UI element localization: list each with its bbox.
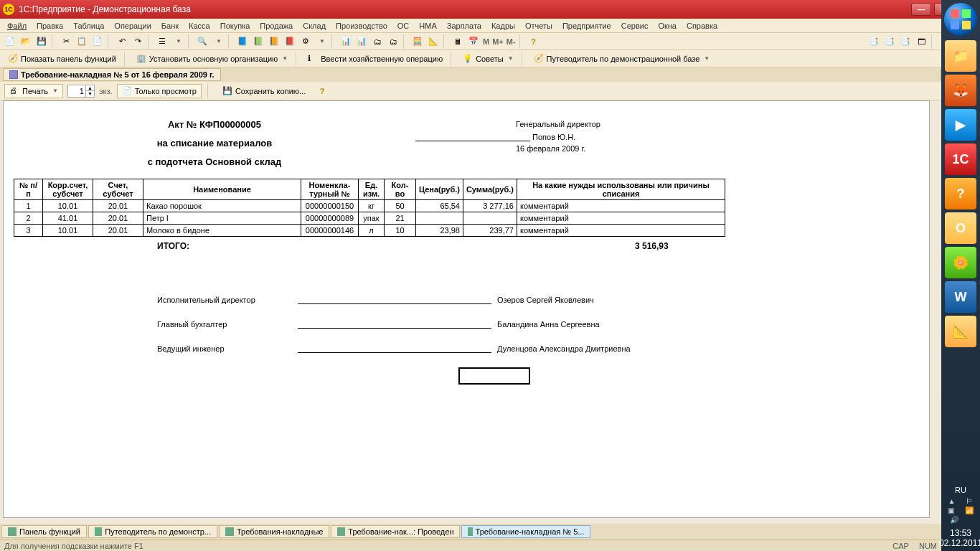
menu-salary[interactable]: Зарплата [443, 20, 486, 32]
system-tray[interactable]: ▲🏳 ▣📶 🔊 [941, 497, 980, 525]
menu-company[interactable]: Предприятие [558, 20, 616, 32]
taskbar-tool[interactable]: 📐 [945, 316, 976, 347]
tb-c-icon[interactable]: 📙 [267, 34, 281, 49]
menu-bank[interactable]: Банк [157, 20, 183, 32]
col-qty: Кол-во [385, 179, 416, 200]
tb-h-icon[interactable]: 🗂 [370, 34, 385, 49]
tray-up-icon[interactable]: ▲ [948, 497, 956, 505]
menu-prod[interactable]: Производство [331, 20, 392, 32]
taskbar-outlook[interactable]: O [945, 212, 976, 244]
guide-button[interactable]: 🧭Путеводитель по демонстрационной базе▼ [529, 52, 715, 66]
memory-m[interactable]: M [482, 34, 490, 49]
taskbar-firefox[interactable]: 🦊 [945, 75, 976, 106]
menu-kadry[interactable]: Кадры [487, 20, 519, 32]
menu-edit[interactable]: Правка [32, 20, 67, 32]
tb-i-icon[interactable]: 🗂 [386, 34, 400, 49]
tray-vol-icon[interactable]: 🔊 [950, 516, 958, 524]
tab-icon [225, 527, 234, 536]
toolbar-actions: 🧭Показать панель функций 🏢Установить осн… [0, 50, 980, 67]
advice-button[interactable]: 💡Советы▼ [458, 52, 518, 66]
tb-r1-icon[interactable]: 📑 [867, 34, 881, 49]
new-doc-icon[interactable]: 📄 [3, 34, 17, 49]
list-icon[interactable]: ☰ [155, 34, 169, 49]
tb-a-icon[interactable]: 📘 [235, 34, 250, 49]
tb-j-icon[interactable]: 🧮 [410, 34, 425, 49]
menu-service[interactable]: Сервис [617, 20, 653, 32]
save-icon[interactable]: 💾 [34, 34, 49, 49]
window-tab[interactable]: Требования-накладные [219, 525, 330, 538]
window-title: 1С:Предприятие - Демонстрационная база [19, 4, 191, 14]
menu-help[interactable]: Справка [682, 20, 722, 32]
window-tab[interactable]: Требование-накладная № 5... [461, 525, 590, 538]
paste-icon[interactable]: 📄 [90, 34, 105, 49]
tb-e-icon[interactable]: ⚙ [298, 34, 313, 49]
window-tab[interactable]: Путеводитель по демонстр... [88, 525, 217, 538]
menu-windows[interactable]: Окна [654, 20, 681, 32]
save-copy-button[interactable]: 💾Сохранить копию... [217, 84, 311, 98]
document-viewport[interactable]: Акт № КФП00000005 на списание материалов… [3, 100, 930, 518]
tb-d-icon[interactable]: 📕 [283, 34, 297, 49]
taskbar-word[interactable]: W [945, 281, 976, 313]
menu-kassa[interactable]: Касса [184, 20, 215, 32]
printer-icon: 🖨 [9, 86, 19, 96]
taskbar-explorer[interactable]: 📁 [945, 40, 976, 72]
menu-table[interactable]: Таблица [69, 20, 108, 32]
spin-down-icon[interactable]: ▼ [85, 91, 94, 97]
tb-b-icon[interactable]: 📗 [251, 34, 265, 49]
minimize-button[interactable]: — [911, 3, 931, 16]
tb-r4-icon[interactable]: 🗔 [914, 34, 928, 49]
tb-k-icon[interactable]: 📐 [426, 34, 440, 49]
menu-nma[interactable]: НМА [415, 20, 440, 32]
print-button[interactable]: 🖨Печать▼ [4, 84, 63, 98]
menu-os[interactable]: ОС [393, 20, 414, 32]
document-tab[interactable]: Требование-накладная № 5 от 16 февраля 2… [3, 68, 221, 81]
dropdown-icon[interactable]: ▼ [171, 34, 185, 49]
menu-buy[interactable]: Покупка [216, 20, 255, 32]
director-name: Попов Ю.Н. [532, 133, 575, 141]
tb-calc-icon[interactable]: 🖩 [451, 34, 465, 49]
tray-action-icon[interactable]: ▣ [948, 507, 954, 514]
memory-mminus[interactable]: M- [506, 34, 517, 49]
taskbar-help[interactable]: ? [945, 178, 976, 209]
menu-operations[interactable]: Операции [110, 20, 155, 32]
menu-file[interactable]: Файл [3, 20, 31, 32]
language-indicator[interactable]: RU [952, 483, 969, 497]
taskbar-1c[interactable]: 1C [945, 143, 976, 175]
spin-up-icon[interactable]: ▲ [85, 85, 94, 91]
tb-r2-icon[interactable]: 📑 [882, 34, 897, 49]
copies-spinner[interactable]: ▲▼ [67, 85, 95, 98]
copy-icon[interactable]: 📋 [75, 34, 89, 49]
tb-e-drop[interactable]: ▼ [314, 34, 329, 49]
tb-f-icon[interactable]: 📊 [339, 34, 353, 49]
menu-reports[interactable]: Отчеты [521, 20, 557, 32]
menu-store[interactable]: Склад [298, 20, 330, 32]
zoom-drop-icon[interactable]: ▼ [211, 34, 225, 49]
set-org-button[interactable]: 🏢Установить основную организацию▼ [131, 52, 293, 66]
start-button[interactable] [944, 3, 977, 36]
show-panel-button[interactable]: 🧭Показать панель функций [3, 52, 121, 66]
zoom-icon[interactable]: 🔍 [195, 34, 209, 49]
cut-icon[interactable]: ✂ [59, 34, 73, 49]
preview-button[interactable]: 📄Только просмотр [117, 84, 202, 98]
clock-time: 13:53 [939, 528, 980, 538]
help2-button[interactable]: ? [315, 84, 329, 98]
tray-net-icon[interactable]: 📶 [965, 507, 974, 514]
tb-cal-icon[interactable]: 📅 [466, 34, 481, 49]
redo-icon[interactable]: ↷ [131, 34, 145, 49]
menu-sell[interactable]: Продажа [255, 20, 297, 32]
undo-icon[interactable]: ↶ [115, 34, 129, 49]
window-tab[interactable]: Требование-нак...: Проведен [331, 525, 460, 538]
help-icon[interactable]: ? [527, 34, 541, 49]
system-clock[interactable]: 13:53 02.12.2011 [939, 525, 980, 551]
enter-op-button[interactable]: ℹВвести хозяйственную операцию [303, 52, 448, 66]
memory-mplus[interactable]: M+ [491, 34, 504, 49]
col-num: № п/п [14, 179, 43, 200]
taskbar-icq[interactable]: 🌼 [945, 247, 976, 278]
copies-input[interactable] [68, 87, 85, 95]
open-icon[interactable]: 📂 [19, 34, 33, 49]
tb-r3-icon[interactable]: 📑 [898, 34, 913, 49]
tray-flag-icon[interactable]: 🏳 [966, 497, 973, 505]
tb-g-icon[interactable]: 📊 [354, 34, 369, 49]
taskbar-media-player[interactable]: ▶ [945, 109, 976, 141]
window-tab[interactable]: Панель функций [1, 525, 87, 538]
